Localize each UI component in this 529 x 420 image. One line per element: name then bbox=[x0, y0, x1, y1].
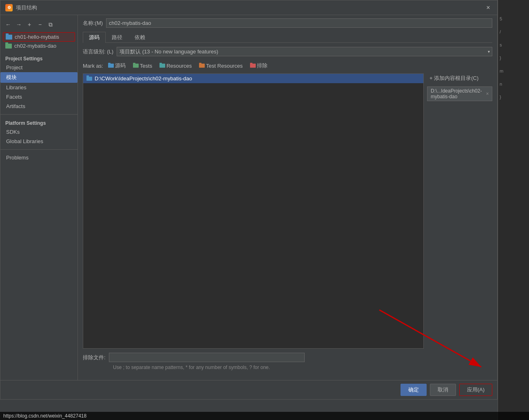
name-row: 名称:(M) bbox=[83, 18, 492, 28]
project-settings-header: Project Settings bbox=[0, 53, 77, 63]
exclude-input[interactable] bbox=[109, 353, 305, 362]
title-left: ⚙ 项目结构 bbox=[5, 4, 37, 11]
sidebar-divider bbox=[0, 114, 77, 115]
edge-text-2: / bbox=[500, 29, 527, 34]
dialog-footer: 确定 取消 应用(A) bbox=[0, 380, 497, 399]
mark-as-row: Mark as: 源码 Tests Resources Test Resourc… bbox=[83, 61, 492, 70]
source-path-text: D:\CWork\IdeaProjects\ch02-mybatis-dao bbox=[95, 75, 192, 82]
edge-text-4: } bbox=[500, 55, 527, 60]
sources-folder-icon bbox=[108, 64, 114, 68]
mark-as-label: Mark as: bbox=[83, 63, 103, 69]
source-paths-list: D:\CWork\IdeaProjects\ch02-mybatis-dao bbox=[83, 73, 424, 349]
module-item-ch01[interactable]: ch01-hello-mybatis bbox=[3, 32, 75, 42]
sidebar-project-items: Project 模块 Libraries Facets Artifacts bbox=[0, 63, 77, 111]
project-structure-dialog: ⚙ 项目结构 × ← → + − ⧉ ch01-hello-mybatis bbox=[0, 0, 498, 400]
tabs-row: 源码 路径 依赖 bbox=[83, 32, 492, 43]
copy-module-button[interactable]: ⧉ bbox=[46, 20, 55, 29]
sidebar-item-modules[interactable]: 模块 bbox=[0, 72, 77, 83]
sidebar-item-global-libraries[interactable]: Global Libraries bbox=[0, 137, 77, 146]
blog-watermark: https://blog.csdn.net/weixin_44827418 bbox=[0, 412, 529, 420]
module-folder-icon bbox=[5, 44, 12, 49]
mark-test-resources-button[interactable]: Test Resources bbox=[197, 62, 245, 70]
right-edge-panel: 5 / s } m n } bbox=[498, 0, 529, 420]
lang-label: 语言级别: (L) bbox=[83, 48, 113, 55]
back-button[interactable]: ← bbox=[4, 20, 13, 29]
nav-buttons: ← → + − ⧉ bbox=[0, 18, 77, 31]
module-folder-icon bbox=[6, 35, 12, 40]
lang-select-wrapper: 项目默认 (13 - No new language features) 13 … bbox=[117, 47, 492, 56]
platform-settings-header: Platform Settings bbox=[0, 118, 77, 127]
mark-resources-button[interactable]: Resources bbox=[157, 62, 194, 70]
path-tooltip: D:\...IdeaProjects\ch02-mybatis-dao × bbox=[427, 86, 492, 101]
sidebar-item-facets[interactable]: Facets bbox=[0, 92, 77, 102]
apply-button[interactable]: 应用(A) bbox=[459, 384, 492, 396]
source-actions: + 添加内容根目录(C) D:\...IdeaProjects\ch02-myb… bbox=[427, 73, 492, 349]
remove-module-button[interactable]: − bbox=[35, 20, 44, 29]
confirm-button[interactable]: 确定 bbox=[401, 384, 427, 396]
resources-folder-icon bbox=[159, 64, 165, 68]
sidebar: ← → + − ⧉ ch01-hello-mybatis ch02-mybati… bbox=[0, 15, 78, 380]
tooltip-path-text: D:\...IdeaProjects\ch02-mybatis-dao bbox=[431, 88, 482, 99]
sidebar-item-artifacts[interactable]: Artifacts bbox=[0, 102, 77, 111]
edge-text-6: n bbox=[500, 82, 527, 86]
edge-text-1: 5 bbox=[500, 16, 527, 21]
sidebar-item-problems[interactable]: Problems bbox=[0, 153, 77, 162]
module-list: ch01-hello-mybatis ch02-mybatis-dao bbox=[0, 32, 77, 50]
path-folder-icon bbox=[86, 77, 92, 81]
main-content: 名称:(M) 源码 路径 依赖 语言级别: (L) 项目默认 (13 - No … bbox=[78, 15, 497, 380]
blog-url: https://blog.csdn.net/weixin_44827418 bbox=[3, 413, 86, 419]
cancel-button[interactable]: 取消 bbox=[430, 384, 456, 396]
sources-panel: D:\CWork\IdeaProjects\ch02-mybatis-dao +… bbox=[83, 73, 492, 349]
exclude-row: 排除文件: bbox=[83, 353, 492, 362]
test-resources-folder-icon bbox=[199, 64, 205, 68]
add-module-button[interactable]: + bbox=[25, 20, 34, 29]
name-label: 名称:(M) bbox=[83, 20, 103, 27]
tab-source[interactable]: 源码 bbox=[83, 32, 106, 43]
app-icon: ⚙ bbox=[5, 4, 13, 11]
exclude-label: 排除文件: bbox=[83, 354, 106, 361]
tooltip-close-button[interactable]: × bbox=[486, 91, 489, 97]
edge-text-3: s bbox=[500, 42, 527, 47]
name-input[interactable] bbox=[106, 18, 492, 28]
mark-sources-button[interactable]: 源码 bbox=[106, 61, 128, 70]
mark-tests-button[interactable]: Tests bbox=[131, 62, 155, 70]
add-content-root-button[interactable]: + 添加内容根目录(C) bbox=[427, 73, 492, 83]
titlebar: ⚙ 项目结构 × bbox=[0, 0, 497, 15]
close-button[interactable]: × bbox=[484, 4, 492, 12]
edge-text-7: } bbox=[500, 95, 527, 99]
mark-excluded-button[interactable]: 排除 bbox=[248, 61, 270, 70]
sidebar-divider-2 bbox=[0, 149, 77, 150]
sidebar-item-sdks[interactable]: SDKs bbox=[0, 127, 77, 137]
source-path-item[interactable]: D:\CWork\IdeaProjects\ch02-mybatis-dao bbox=[83, 74, 423, 83]
lang-level-row: 语言级别: (L) 项目默认 (13 - No new language fea… bbox=[83, 47, 492, 56]
exclude-hint: Use ; to separate name patterns, * for a… bbox=[113, 365, 492, 370]
lang-select[interactable]: 项目默认 (13 - No new language features) 13 … bbox=[117, 47, 492, 56]
tab-paths[interactable]: 路径 bbox=[106, 32, 128, 43]
tab-dependencies[interactable]: 依赖 bbox=[128, 32, 151, 43]
module-name: ch02-mybatis-dao bbox=[14, 43, 56, 49]
dialog-body: ← → + − ⧉ ch01-hello-mybatis ch02-mybati… bbox=[0, 15, 497, 380]
excluded-folder-icon bbox=[250, 64, 256, 68]
tests-folder-icon bbox=[133, 64, 139, 68]
forward-button[interactable]: → bbox=[14, 20, 23, 29]
sidebar-item-libraries[interactable]: Libraries bbox=[0, 83, 77, 92]
sidebar-item-project[interactable]: Project bbox=[0, 63, 77, 72]
module-item-ch02[interactable]: ch02-mybatis-dao bbox=[3, 42, 75, 50]
dialog-title: 项目结构 bbox=[16, 4, 37, 11]
module-name: ch01-hello-mybatis bbox=[15, 34, 59, 40]
edge-text-5: m bbox=[500, 69, 527, 73]
